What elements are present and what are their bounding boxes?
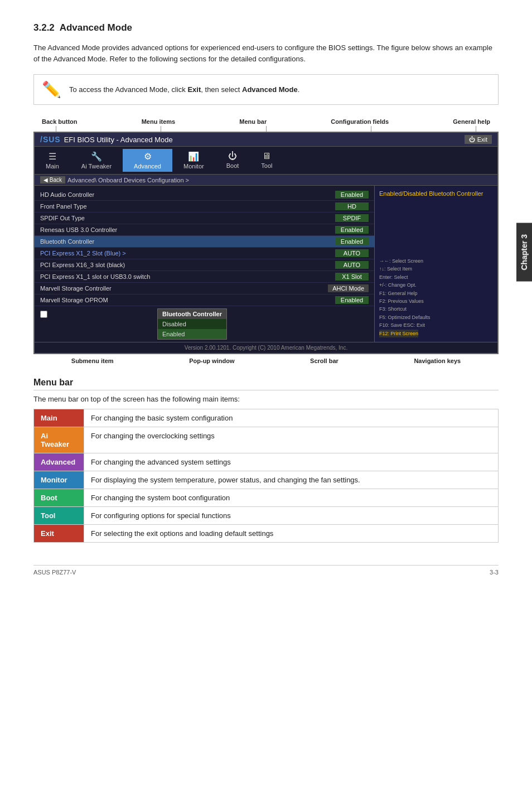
menu-item-tool: Tool xyxy=(34,507,84,525)
bios-menu-boot[interactable]: ⏻ Boot xyxy=(215,149,250,172)
boot-icon: ⏻ xyxy=(226,151,239,161)
bios-right-panel: Enabled/Disabled Bluetooth Controller →←… xyxy=(375,186,497,342)
exit-icon: ⏻ xyxy=(469,136,475,143)
menu-desc-boot: For changing the system boot configurati… xyxy=(84,489,499,507)
table-row[interactable]: PCI Express X1_2 Slot (Blue) > AUTO xyxy=(35,248,374,259)
main-icon: ☰ xyxy=(46,151,59,162)
nav-key: +/-: Change Opt. xyxy=(379,281,493,289)
bios-content: HD Audio Controller Enabled Front Panel … xyxy=(35,186,497,342)
bios-menu-tool[interactable]: 🖥 Tool xyxy=(250,149,283,172)
table-row-bluetooth[interactable]: Bluetooth Controller Enabled ▲ Bluetooth… xyxy=(35,236,374,248)
label-config-fields: Configuration fields xyxy=(331,118,389,125)
nav-key: F10: Save ESC: Exit xyxy=(379,321,493,329)
row-value: AUTO xyxy=(335,261,369,269)
table-row[interactable]: HD Audio Controller Enabled xyxy=(35,189,374,201)
label-scroll-bar: Scroll bar xyxy=(310,357,338,364)
menu-item-advanced: Advanced xyxy=(34,453,84,471)
table-row[interactable]: Marvell Storage OPROM Enabled ▼ xyxy=(35,294,374,306)
bios-left-panel: HD Audio Controller Enabled Front Panel … xyxy=(35,186,375,342)
table-row: Exit For selecting the exit options and … xyxy=(34,525,499,543)
table-row[interactable]: Renesas USB 3.0 Controller Enabled xyxy=(35,224,374,236)
section-intro: The Advanced Mode provides advanced opti… xyxy=(33,42,499,64)
label-menu-items: Menu items xyxy=(142,118,176,125)
diagram-bottom-labels: Submenu item Pop-up window Scroll bar Na… xyxy=(33,357,499,364)
menu-item-boot: Boot xyxy=(34,489,84,507)
bios-back-button[interactable]: ◀ Back xyxy=(40,176,65,183)
row-value: Enabled xyxy=(335,226,369,234)
nav-key: F5: Optimized Defaults xyxy=(379,313,493,321)
nav-key: →←: Select Screen xyxy=(379,257,493,265)
bios-menu-aitweaker[interactable]: 🔧 Ai Tweaker xyxy=(70,149,123,172)
menu-desc-aitweaker: For changing the overclocking settings xyxy=(84,427,499,453)
row-label: PCI Express X1_1 slot or USB3.0 switch xyxy=(40,273,335,280)
table-row[interactable]: Front Panel Type HD xyxy=(35,201,374,212)
nav-key: F3: Shortcut xyxy=(379,305,493,313)
table-row: Boot For changing the system boot config… xyxy=(34,489,499,507)
bios-checkbox[interactable] xyxy=(40,311,47,318)
table-row[interactable]: Marvell Storage Controller AHCI Mode xyxy=(35,283,374,294)
row-label: HD Audio Controller xyxy=(40,191,335,198)
bios-menu-main[interactable]: ☰ Main xyxy=(35,149,70,172)
note-text: To access the Advanced Mode, click Exit,… xyxy=(69,84,299,95)
menu-item-main: Main xyxy=(34,409,84,427)
bios-exit-button[interactable]: ⏻ Exit xyxy=(465,135,492,144)
table-row[interactable]: PCI Express X16_3 slot (black) AUTO xyxy=(35,259,374,271)
connector-2 xyxy=(161,126,161,132)
bios-right-title: Enabled/Disabled Bluetooth Controller xyxy=(379,190,493,197)
nav-key: F1: General Help xyxy=(379,289,493,297)
row-label: Front Panel Type xyxy=(40,203,335,210)
bios-menu-advanced[interactable]: ⚙ Advanced xyxy=(123,149,172,172)
row-value: AUTO xyxy=(335,249,369,257)
footer-left: ASUS P8Z77-V xyxy=(33,569,76,576)
nav-key: ↑↓: Select Item xyxy=(379,265,493,273)
footer-right: 3-3 xyxy=(490,569,499,576)
row-value: HD xyxy=(335,202,369,210)
label-submenu-item: Submenu item xyxy=(71,357,114,364)
table-row[interactable]: SPDIF Out Type SPDIF xyxy=(35,212,374,224)
table-row: Advanced For changing the advanced syste… xyxy=(34,453,499,471)
label-popup-window: Pop-up window xyxy=(189,357,234,364)
connector-5 xyxy=(476,126,476,132)
menu-desc-main: For changing the basic system configurat… xyxy=(84,409,499,427)
advanced-icon: ⚙ xyxy=(134,151,161,162)
row-value: Enabled xyxy=(335,296,369,304)
label-menu-bar: Menu bar xyxy=(239,118,267,125)
label-back-button: Back button xyxy=(42,118,78,125)
chapter-tab: Chapter 3 xyxy=(516,223,532,282)
row-label: Marvell Storage Controller xyxy=(40,285,328,292)
bios-popup: Bluetooth Controller Disabled Enabled xyxy=(157,308,227,340)
row-value: Enabled xyxy=(335,191,369,199)
label-general-help: General help xyxy=(453,118,490,125)
row-label-bluetooth: Bluetooth Controller xyxy=(40,238,335,245)
monitor-icon: 📊 xyxy=(183,151,204,162)
bios-logo: /SUS xyxy=(40,135,61,144)
row-label: Renesas USB 3.0 Controller xyxy=(40,226,335,233)
bios-navigation-keys: →←: Select Screen ↑↓: Select Item Enter:… xyxy=(379,257,493,337)
bios-screen: /SUS EFI BIOS Utility - Advanced Mode ⏻ … xyxy=(33,132,499,354)
bios-menubar: ☰ Main 🔧 Ai Tweaker ⚙ Advanced 📊 Monitor… xyxy=(35,147,497,175)
aitweaker-icon: 🔧 xyxy=(81,151,112,162)
menu-item-aitweaker: Ai Tweaker xyxy=(34,427,84,453)
table-row: Monitor For displaying the system temper… xyxy=(34,471,499,489)
row-label: PCI Express X1_2 Slot (Blue) > xyxy=(40,250,335,257)
row-label: SPDIF Out Type xyxy=(40,215,335,221)
menu-item-exit: Exit xyxy=(34,525,84,543)
menubar-section-title: Menu bar xyxy=(33,378,499,390)
popup-title: Bluetooth Controller xyxy=(158,309,226,319)
row-label: PCI Express X16_3 slot (black) xyxy=(40,262,335,268)
tool-icon: 🖥 xyxy=(261,151,272,161)
popup-item-enabled[interactable]: Enabled xyxy=(158,329,226,339)
popup-item-disabled[interactable]: Disabled xyxy=(158,319,226,329)
menu-item-monitor: Monitor xyxy=(34,471,84,489)
label-nav-keys: Navigation keys xyxy=(414,357,461,364)
diagram-top-labels: Back button Menu items Menu bar Configur… xyxy=(33,118,499,125)
menu-desc-exit: For selecting the exit options and loadi… xyxy=(84,525,499,543)
row-value-bluetooth: Enabled xyxy=(335,238,369,245)
bios-breadcrumb: ◀ Back Advanced\ Onboard Devices Configu… xyxy=(35,175,497,186)
bios-menu-monitor[interactable]: 📊 Monitor xyxy=(172,149,215,172)
table-row[interactable]: PCI Express X1_1 slot or USB3.0 switch X… xyxy=(35,271,374,283)
page-footer: ASUS P8Z77-V 3-3 xyxy=(33,565,499,576)
bios-footer: Version 2.00.1201. Copyright (C) 2010 Am… xyxy=(35,342,497,353)
menu-desc-tool: For configuring options for special func… xyxy=(84,507,499,525)
table-row: Ai Tweaker For changing the overclocking… xyxy=(34,427,499,453)
